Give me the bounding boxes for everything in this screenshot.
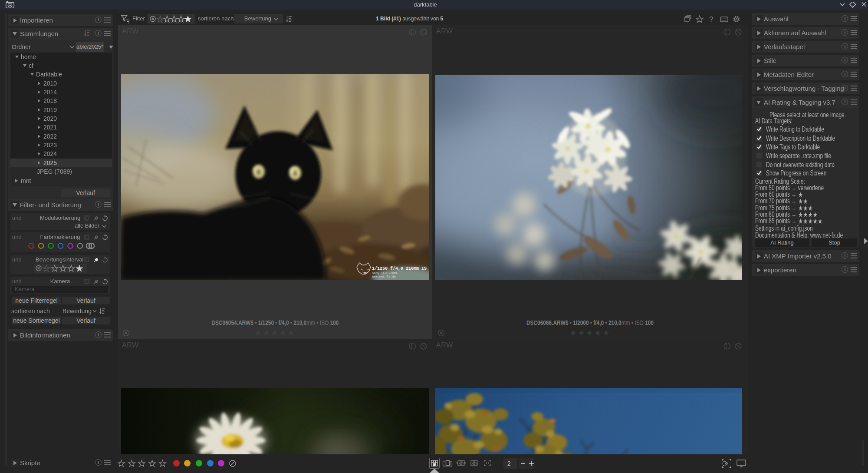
svg-text:?: ?: [709, 15, 713, 23]
svg-text:1/1250 f/4,0 210mm IS: 1/1250 f/4,0 210mm IS: [372, 266, 427, 271]
svg-text:Sony·ILCE-7RM4: Sony·ILCE-7RM4: [372, 271, 398, 275]
svg-text:Y: Y: [462, 461, 464, 466]
svg-text:X: X: [458, 461, 461, 466]
svg-text:X: X: [471, 461, 474, 466]
svg-text:Y: Y: [475, 461, 477, 466]
svg-text:www.net-fx.de: www.net-fx.de: [372, 275, 396, 278]
